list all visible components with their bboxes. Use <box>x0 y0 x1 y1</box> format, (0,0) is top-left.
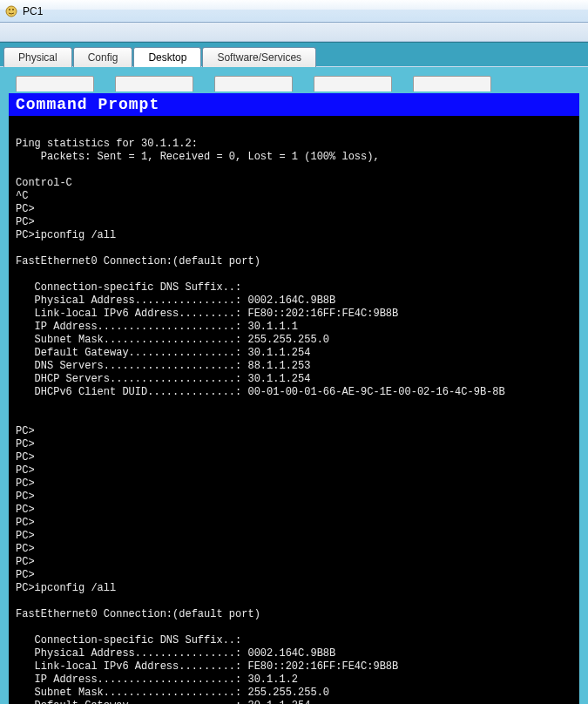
window-titlebar: PC1 <box>0 0 588 23</box>
command-prompt-title: Command Prompt <box>9 93 579 116</box>
app-icon <box>5 5 17 17</box>
window-title: PC1 <box>23 5 43 17</box>
tab-config[interactable]: Config <box>73 47 133 67</box>
desktop-panel: Command Prompt Ping statistics for 30.1.… <box>0 66 588 704</box>
menubar-blurred <box>0 23 588 42</box>
tab-bar: Physical Config Desktop Software/Service… <box>0 42 588 66</box>
desktop-app-icon[interactable] <box>16 76 94 91</box>
command-prompt-output[interactable]: Ping statistics for 30.1.1.2: Packets: S… <box>9 116 579 704</box>
desktop-app-icon[interactable] <box>413 76 491 91</box>
tab-physical[interactable]: Physical <box>3 47 72 67</box>
desktop-app-icon[interactable] <box>214 76 293 91</box>
desktop-app-icon[interactable] <box>115 76 193 91</box>
tab-desktop[interactable]: Desktop <box>133 47 201 67</box>
svg-point-1 <box>9 9 10 10</box>
desktop-app-icon[interactable] <box>314 76 392 91</box>
tab-software-services[interactable]: Software/Services <box>202 47 316 67</box>
desktop-icon-row <box>7 76 581 91</box>
svg-point-2 <box>12 9 14 10</box>
svg-point-0 <box>6 6 17 17</box>
command-prompt-window: Command Prompt Ping statistics for 30.1.… <box>9 93 579 704</box>
